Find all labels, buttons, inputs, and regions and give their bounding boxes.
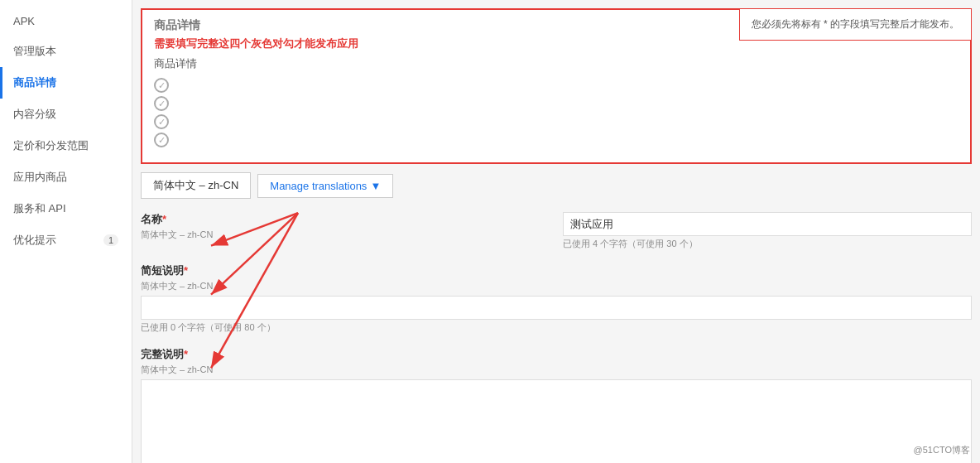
short-desc-label: 简短说明* <box>141 263 972 278</box>
notice-text: 您必须先将标有 * 的字段填写完整后才能发布。 <box>752 18 959 30</box>
sidebar-item-pricing[interactable]: 定价和分发范围 <box>0 130 132 162</box>
notice-box: 您必须先将标有 * 的字段填写完整后才能发布。 <box>739 8 972 41</box>
check-circle-2: ✓ <box>154 96 169 111</box>
name-input[interactable] <box>563 212 972 236</box>
form-content: 简体中文 – zh-CN Manage translations ▼ 名称* 简… <box>132 164 980 463</box>
full-desc-sublabel: 简体中文 – zh-CN <box>141 364 972 376</box>
sidebar-item-label: 应用内商品 <box>13 170 67 185</box>
sidebar: APK 管理版本 商品详情 内容分级 定价和分发范围 应用内商品 服务和 API… <box>0 0 132 463</box>
sidebar-item-label: 管理版本 <box>13 44 56 59</box>
check-circle-4: ✓ <box>154 133 169 147</box>
name-counter: 已使用 4 个字符（可使用 30 个） <box>563 238 972 250</box>
sidebar-item-services-api[interactable]: 服务和 API <box>0 193 132 224</box>
watermark: @51CTO博客 <box>914 444 970 456</box>
optimization-badge: 1 <box>103 234 118 246</box>
sidebar-item-label: APK <box>13 15 35 27</box>
checklist-item-2: ✓ <box>154 96 958 111</box>
checklist-item-3: ✓ <box>154 114 958 129</box>
sidebar-item-label: 商品详情 <box>13 75 56 90</box>
sidebar-item-label: 服务和 API <box>13 201 66 216</box>
warning-subtitle: 商品详情 <box>154 56 958 71</box>
check-circle-3: ✓ <box>154 114 169 129</box>
short-desc-input[interactable] <box>141 296 972 320</box>
sidebar-item-optimization[interactable]: 优化提示 1 <box>0 224 132 256</box>
chevron-down-icon: ▼ <box>370 180 381 192</box>
main-content: 您必须先将标有 * 的字段填写完整后才能发布。 商品详情 需要填写完整这四个灰色… <box>132 0 980 463</box>
language-button[interactable]: 简体中文 – zh-CN <box>141 172 251 199</box>
short-desc-sublabel: 简体中文 – zh-CN <box>141 280 972 292</box>
sidebar-item-product-detail[interactable]: 商品详情 <box>0 67 132 99</box>
short-desc-section: 简短说明* 简体中文 – zh-CN 已使用 0 个字符（可使用 80 个） <box>141 263 972 334</box>
manage-translations-label: Manage translations <box>270 180 367 192</box>
check-circle-1: ✓ <box>154 78 169 93</box>
sidebar-item-label: 内容分级 <box>13 107 56 122</box>
sidebar-item-manage-version[interactable]: 管理版本 <box>0 36 132 67</box>
sidebar-item-label: 定价和分发范围 <box>13 138 89 153</box>
sidebar-item-content-rating[interactable]: 内容分级 <box>0 99 132 130</box>
name-left: 名称* 简体中文 – zh-CN <box>141 212 550 250</box>
sidebar-item-in-app-products[interactable]: 应用内商品 <box>0 162 132 193</box>
checklist-item-4: ✓ <box>154 133 958 147</box>
sidebar-item-apk[interactable]: APK <box>0 7 132 36</box>
name-section: 名称* 简体中文 – zh-CN 已使用 4 个字符（可使用 30 个） <box>141 212 972 250</box>
name-sublabel: 简体中文 – zh-CN <box>141 229 550 241</box>
checklist-item-1: ✓ <box>154 78 958 93</box>
short-desc-counter: 已使用 0 个字符（可使用 80 个） <box>141 321 972 334</box>
name-row: 名称* 简体中文 – zh-CN 已使用 4 个字符（可使用 30 个） <box>141 212 972 250</box>
full-desc-section: 完整说明* 简体中文 – zh-CN 已使用 0 个字符（可使用 4000 个） <box>141 347 972 463</box>
checklist: ✓ ✓ ✓ ✓ <box>154 78 958 147</box>
name-label: 名称* <box>141 212 550 227</box>
full-desc-label: 完整说明* <box>141 347 972 362</box>
manage-translations-button[interactable]: Manage translations ▼ <box>257 174 393 198</box>
lang-bar: 简体中文 – zh-CN Manage translations ▼ <box>141 172 972 199</box>
name-right: 已使用 4 个字符（可使用 30 个） <box>563 212 972 250</box>
sidebar-item-label: 优化提示 <box>13 233 56 248</box>
full-desc-textarea[interactable] <box>141 379 972 463</box>
